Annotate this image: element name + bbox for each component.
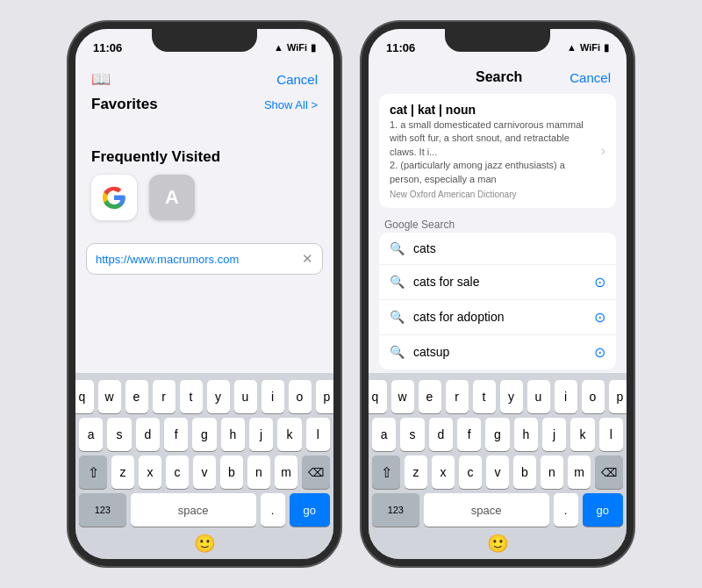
key-w[interactable]: w	[98, 380, 121, 413]
dict-body2: 2. (particularly among jazz enthusiasts)…	[390, 159, 594, 186]
keyboard-2: q w e r t y u i o p a s d f g h	[369, 373, 627, 526]
key2-x[interactable]: x	[432, 455, 455, 489]
key2-l[interactable]: l	[599, 418, 623, 451]
key-d[interactable]: d	[136, 418, 160, 451]
shift-key[interactable]: ⇧	[79, 455, 107, 489]
info-icon-2[interactable]: ⊙	[594, 309, 605, 326]
cancel-button-2[interactable]: Cancel	[569, 70, 611, 85]
url-clear-button[interactable]: ✕	[302, 251, 313, 267]
key-c[interactable]: c	[166, 455, 189, 489]
info-icon-1[interactable]: ⊙	[594, 274, 605, 290]
key2-m[interactable]: m	[568, 455, 591, 489]
shift-key-2[interactable]: ⇧	[372, 455, 400, 489]
go-key-2[interactable]: go	[583, 493, 623, 526]
delete-key-2[interactable]: ⌫	[595, 455, 623, 489]
search-icon-2: 🔍	[390, 310, 405, 324]
key-n[interactable]: n	[247, 455, 270, 489]
key-row-1: q w e r t y u i o p	[79, 380, 330, 413]
key-s[interactable]: s	[107, 418, 131, 451]
key2-y[interactable]: y	[500, 380, 523, 413]
suggestion-list: 🔍 cats 🔍 cats for sale ⊙ 🔍 cats for adop…	[379, 233, 616, 369]
phone1-header: 📖 Cancel	[75, 62, 333, 94]
screen-1: 11:06 ▲ WiFi ▮ 📖 Cancel Favorites Show A…	[75, 29, 333, 526]
key-row-2-2: a s d f g h j k l	[372, 418, 623, 451]
key-e[interactable]: e	[125, 380, 148, 413]
key2-z[interactable]: z	[405, 455, 427, 489]
notch-1	[152, 29, 257, 52]
info-icon-3[interactable]: ⊙	[594, 344, 605, 361]
key2-k[interactable]: k	[570, 418, 594, 451]
space-key[interactable]: space	[131, 493, 256, 526]
phone-2: 11:06 ▲ WiFi ▮ Search Cancel cat | kat |…	[362, 22, 634, 566]
key2-w[interactable]: w	[391, 380, 414, 413]
key2-f[interactable]: f	[457, 418, 481, 451]
key-u[interactable]: u	[234, 380, 257, 413]
key2-p[interactable]: p	[609, 380, 627, 413]
suggestion-item-1[interactable]: 🔍 cats for sale ⊙	[379, 265, 616, 300]
signal-icon-2: ▲	[567, 42, 577, 53]
url-bar[interactable]: https://www.macrumors.com ✕	[86, 243, 323, 275]
key2-h[interactable]: h	[514, 418, 538, 451]
numbers-key[interactable]: 123	[79, 493, 126, 526]
key2-s[interactable]: s	[400, 418, 424, 451]
cancel-button-1[interactable]: Cancel	[276, 72, 318, 87]
search-icon-1: 🔍	[390, 275, 405, 289]
suggestion-text-2: cats for adoption	[413, 310, 585, 324]
key-k[interactable]: k	[277, 418, 301, 451]
key-f[interactable]: f	[164, 418, 188, 451]
suggestion-item-0[interactable]: 🔍 cats	[379, 233, 616, 265]
key-q[interactable]: q	[75, 380, 94, 413]
key-m[interactable]: m	[275, 455, 297, 489]
key-a[interactable]: a	[79, 418, 103, 451]
key2-v[interactable]: v	[486, 455, 509, 489]
dot-key-2[interactable]: .	[554, 493, 578, 526]
key-i[interactable]: i	[261, 380, 284, 413]
key2-a[interactable]: a	[372, 418, 396, 451]
numbers-key-2[interactable]: 123	[372, 493, 419, 526]
search-header-title: Search	[476, 69, 522, 85]
key-r[interactable]: r	[153, 380, 176, 413]
suggestion-item-2[interactable]: 🔍 cats for adoption ⊙	[379, 300, 616, 335]
key2-r[interactable]: r	[446, 380, 469, 413]
key2-g[interactable]: g	[485, 418, 509, 451]
key-g[interactable]: g	[192, 418, 216, 451]
book-icon[interactable]: 📖	[91, 69, 111, 89]
key-y[interactable]: y	[207, 380, 230, 413]
key2-i[interactable]: i	[555, 380, 577, 413]
key2-q[interactable]: q	[369, 380, 387, 413]
delete-key[interactable]: ⌫	[302, 455, 330, 489]
battery-icon-2: ▮	[604, 42, 609, 54]
key2-u[interactable]: u	[527, 380, 550, 413]
a-bookmark[interactable]: A	[149, 175, 195, 220]
key-row-3: ⇧ z x c v b n m ⌫	[79, 455, 330, 489]
key-j[interactable]: j	[249, 418, 273, 451]
key-h[interactable]: h	[221, 418, 245, 451]
dict-chevron-icon: ›	[601, 143, 605, 159]
key2-n[interactable]: n	[541, 455, 563, 489]
key2-e[interactable]: e	[419, 380, 441, 413]
search-icon-0: 🔍	[390, 241, 405, 255]
key-t[interactable]: t	[180, 380, 203, 413]
key2-c[interactable]: c	[459, 455, 482, 489]
key-o[interactable]: o	[289, 380, 312, 413]
space-key-2[interactable]: space	[424, 493, 549, 526]
key-b[interactable]: b	[220, 455, 243, 489]
key-row-2-1: q w e r t y u i o p	[372, 380, 623, 413]
suggestion-item-3[interactable]: 🔍 catsup ⊙	[379, 335, 616, 369]
key2-b[interactable]: b	[513, 455, 536, 489]
key-p[interactable]: p	[316, 380, 334, 413]
key-v[interactable]: v	[193, 455, 216, 489]
key2-d[interactable]: d	[429, 418, 453, 451]
notch-2	[445, 29, 550, 52]
key2-t[interactable]: t	[473, 380, 496, 413]
key-l[interactable]: l	[306, 418, 330, 451]
google-bookmark[interactable]	[91, 175, 137, 220]
dot-key[interactable]: .	[261, 493, 285, 526]
key-z[interactable]: z	[111, 455, 134, 489]
dictionary-card[interactable]: cat | kat | noun 1. a small domesticated…	[379, 94, 616, 208]
key2-j[interactable]: j	[542, 418, 566, 451]
key-x[interactable]: x	[139, 455, 161, 489]
key2-o[interactable]: o	[582, 380, 605, 413]
go-key[interactable]: go	[290, 493, 330, 526]
show-all-button[interactable]: Show All >	[264, 98, 318, 111]
